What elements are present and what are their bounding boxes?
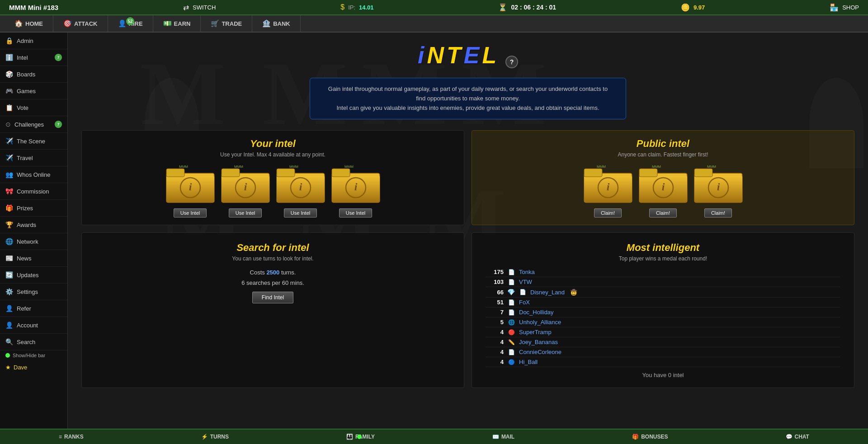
sidebar-item-prizes[interactable]: 🎁 Prizes (0, 200, 67, 217)
updates-icon: 🔄 (5, 271, 13, 279)
public-intel-folder-2: MMM i Claim! (638, 164, 688, 217)
lb-score-6: 5 (486, 319, 504, 326)
lb-name-3[interactable]: Disney_Land (530, 289, 565, 296)
sidebar-item-awards[interactable]: 🏆 Awards (0, 217, 67, 233)
lb-name-5[interactable]: Doc_Holliday (519, 309, 554, 316)
lb-icon-8: ✏️ (507, 339, 515, 345)
sidebar-item-refer[interactable]: 👤 Refer (0, 300, 67, 317)
nav-bank-label: BANK (273, 20, 290, 27)
nav-home[interactable]: 🏠 HOME (5, 15, 53, 32)
nav-bank[interactable]: 🏦 BANK (252, 15, 301, 32)
sidebar-account-label: Account (17, 322, 38, 329)
lb-name-2[interactable]: VTW (519, 279, 532, 285)
nav-earn[interactable]: 💵 EARN (153, 15, 201, 32)
use-intel-btn-4[interactable]: Use Intel (339, 208, 372, 217)
sidebar-item-admin[interactable]: 🔒 Admin (0, 33, 67, 49)
bottom-family[interactable]: 👨‍👩‍👦 FAMILY (337, 434, 384, 440)
lb-row-3: 66 💎 📄 Disney_Land 🤠 (486, 287, 840, 298)
help-icon-button[interactable]: ? (505, 56, 518, 68)
svg-text:MMM: MMM (179, 165, 188, 169)
folder-icon-4: MMM i (331, 164, 381, 205)
sidebar-challenges-label: Challenges (14, 121, 44, 128)
claim-btn-3[interactable]: Claim! (704, 208, 732, 217)
lb-name-7[interactable]: SuperTramp (519, 329, 552, 335)
sidebar-item-updates[interactable]: 🔄 Updates (0, 267, 67, 283)
sidebar-item-account[interactable]: 👤 Account (0, 317, 67, 334)
sidebar-item-commission[interactable]: 🎀 Commission (0, 183, 67, 200)
folder-icon-2: MMM i (221, 164, 270, 205)
nav-hire[interactable]: 👤 HIRE 52 (108, 15, 153, 32)
search-intel-cost: Costs 2500 turns. (91, 269, 455, 276)
lb-score-9: 4 (486, 349, 504, 355)
sidebar-item-intel[interactable]: ℹ️ Intel 7 (0, 49, 67, 66)
bottom-chat[interactable]: 💬 CHAT (777, 434, 818, 440)
lb-row-8: 4 ✏️ Joey_Bananas (486, 337, 840, 347)
sidebar-item-boards[interactable]: 🎲 Boards (0, 66, 67, 83)
search-intel-title: Search for intel (91, 242, 455, 254)
svg-text:i: i (299, 181, 302, 193)
svg-rect-8 (222, 169, 240, 177)
claim-btn-2[interactable]: Claim! (649, 208, 677, 217)
bonuses-icon: 🎁 (632, 434, 639, 440)
switch-section[interactable]: ⇄ SWITCH (183, 3, 216, 12)
sidebar-item-vote[interactable]: 📋 Vote (0, 99, 67, 116)
use-intel-btn-1[interactable]: Use Intel (174, 208, 207, 217)
sidebar-item-challenges[interactable]: ⊙ Challenges 7 (0, 116, 67, 133)
intel-page-title: iNTEL (418, 42, 499, 69)
svg-rect-14 (277, 169, 295, 177)
svg-text:MMM: MMM (344, 165, 354, 169)
lb-row-5: 7 📄 Doc_Holliday (486, 307, 840, 317)
news-icon: 📰 (5, 255, 13, 262)
sidebar-item-search[interactable]: 🔍 Search (0, 334, 67, 350)
your-intel-section: Your intel Use your Intel. Max 4 availab… (81, 130, 464, 225)
bonuses-label: BONUSES (641, 434, 668, 440)
coins-value: 9.97 (693, 4, 705, 11)
sidebar-item-network[interactable]: 🌐 Network (0, 233, 67, 250)
sidebar-vote-label: Vote (17, 104, 28, 111)
nav-attack[interactable]: 🎯 ATTACK (53, 15, 108, 32)
lower-sections: Search for intel You can use turns to lo… (81, 232, 854, 388)
sidebar-item-games[interactable]: 🎮 Games (0, 83, 67, 99)
lb-name-10[interactable]: Hi_Ball (519, 359, 538, 365)
awards-icon: 🏆 (5, 221, 13, 228)
lb-name-6[interactable]: Unholy_Alliance (519, 319, 561, 326)
sidebar-network-label: Network (17, 238, 38, 245)
sidebar-item-travel[interactable]: ✈️ Travel (0, 150, 67, 166)
sidebar-item-settings[interactable]: ⚙️ Settings (0, 283, 67, 300)
search-icon: 🔍 (5, 338, 13, 345)
show-hide-label: Show/Hide bar (13, 353, 45, 358)
lb-name-9[interactable]: ConnieCorleone (519, 349, 561, 355)
lb-score-2: 103 (486, 279, 504, 285)
nav-trade-label: TRADE (222, 20, 242, 27)
sidebar-item-the-scene[interactable]: ✈️ The Scene (0, 133, 67, 150)
svg-text:i: i (661, 181, 665, 193)
lb-name-8[interactable]: Joey_Bananas (519, 339, 558, 345)
cost-label: Costs (250, 269, 265, 276)
timer-section: ⏳ 02 : 06 : 24 : 01 (498, 3, 556, 12)
ip-section: $ IP: 14.01 (340, 3, 373, 11)
game-title: MMM Mini #183 (9, 4, 58, 11)
nav-trade[interactable]: 🛒 TRADE (201, 15, 252, 32)
switch-icon: ⇄ (183, 3, 189, 12)
lb-name-4[interactable]: FoX (519, 299, 530, 306)
sidebar-user[interactable]: ★ Dave (0, 360, 67, 374)
shop-section[interactable]: 🏪 SHOP (830, 3, 859, 12)
show-hide-bar[interactable]: Show/Hide bar (0, 350, 67, 360)
intel-desc-line1: Gain intel throughout normal gameplay, a… (324, 85, 612, 104)
your-intel-folder-3: MMM i Use Intel (276, 164, 326, 217)
use-intel-btn-2[interactable]: Use Intel (229, 208, 262, 217)
sidebar-prizes-label: Prizes (17, 205, 33, 212)
svg-text:i: i (354, 181, 357, 193)
sidebar-item-whos-online[interactable]: 👥 Whos Online (0, 166, 67, 183)
lb-name-1[interactable]: Tonka (519, 269, 535, 275)
bottom-mail[interactable]: ✉️ MAIL (483, 434, 524, 440)
mail-label: MAIL (501, 434, 514, 440)
bottom-turns[interactable]: ⚡ TURNS (192, 434, 238, 440)
sidebar-item-news[interactable]: 📰 News (0, 250, 67, 267)
sidebar-refer-label: Refer (17, 305, 31, 312)
use-intel-btn-3[interactable]: Use Intel (284, 208, 317, 217)
bottom-ranks[interactable]: ≡ RANKS (50, 434, 93, 440)
find-intel-button[interactable]: Find Intel (252, 292, 293, 303)
claim-btn-1[interactable]: Claim! (594, 208, 622, 217)
bottom-bonuses[interactable]: 🎁 BONUSES (623, 434, 677, 440)
